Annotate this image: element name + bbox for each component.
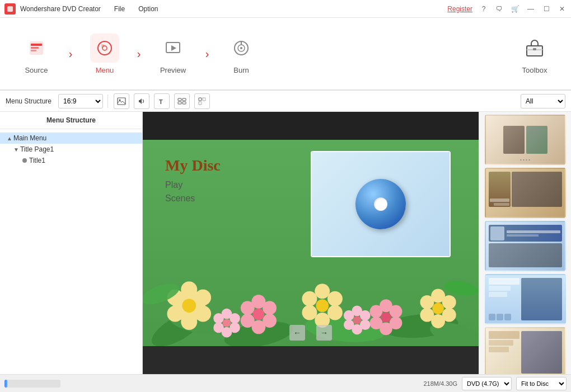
svg-rect-18 (118, 98, 125, 105)
dvd-software-icon (355, 179, 406, 229)
menu-bar: File Option (112, 4, 447, 14)
next-arrow[interactable]: → (316, 325, 332, 341)
aspect-ratio-select[interactable]: 16:9 4:3 (58, 94, 103, 108)
preview-button[interactable]: Preview (148, 23, 198, 84)
svg-point-36 (195, 290, 211, 306)
svg-point-35 (181, 281, 197, 297)
theme1-dots: • • • • (486, 157, 565, 162)
title1-label: Title1 (29, 157, 45, 164)
image-icon-btn[interactable] (114, 93, 129, 109)
menu-file[interactable]: File (112, 4, 127, 14)
arrange-icon-btn[interactable] (194, 93, 210, 109)
burn-icon (232, 39, 250, 57)
svg-point-71 (230, 313, 240, 324)
nav-arrows: ← → (289, 325, 332, 341)
theme-item-3[interactable] (485, 221, 566, 271)
theme-item-4[interactable] (485, 274, 566, 324)
audio-icon-btn[interactable] (134, 93, 149, 109)
help-icon[interactable]: ? (479, 4, 488, 13)
svg-rect-27 (199, 102, 202, 105)
audio-icon (137, 97, 146, 106)
arrow-sep-3: › (199, 46, 215, 62)
arrow-sep-2: › (131, 46, 147, 62)
svg-point-51 (327, 305, 343, 320)
arrange-icon (198, 97, 207, 106)
toolbox-icon (523, 37, 546, 59)
theme-item-1[interactable]: • • • • (485, 115, 566, 165)
title-bar: Wondershare DVD Creator File Option Regi… (0, 0, 571, 18)
message-icon[interactable]: 🗨 (495, 4, 504, 13)
buy-icon[interactable]: 🛒 (511, 4, 519, 13)
svg-point-60 (370, 317, 383, 329)
title-bar-right: Register ? 🗨 🛒 — ☐ ✕ (447, 4, 567, 13)
app-title: Wondershare DVD Creator (20, 5, 101, 13)
theme-item-5[interactable] (485, 327, 566, 374)
preview-box (311, 151, 451, 257)
svg-point-49 (315, 284, 330, 299)
svg-rect-2 (31, 44, 42, 46)
disc-scenes-text[interactable]: Scenes (165, 193, 221, 204)
main-menu-label: Main Menu (13, 134, 46, 142)
svg-point-50 (327, 291, 343, 306)
theme5-photo (521, 331, 561, 374)
burn-icon-wrap (227, 34, 256, 63)
svg-point-75 (213, 313, 224, 324)
menu-option[interactable]: Option (136, 4, 160, 14)
svg-point-55 (316, 299, 329, 312)
disc-play-text[interactable]: Play (165, 180, 221, 190)
toolbox-button[interactable]: Toolbox (509, 23, 560, 84)
canvas-top-bar (143, 112, 479, 140)
theme3-bottom (489, 243, 562, 267)
tree-item-main-menu[interactable]: ▲ Main Menu (0, 133, 142, 144)
tree-item-title1[interactable]: Title1 (0, 155, 142, 166)
svg-rect-24 (182, 102, 186, 104)
theme3-content (489, 225, 562, 267)
close-button[interactable]: ✕ (558, 4, 567, 13)
menu-button[interactable]: Menu (79, 23, 130, 84)
theme4-left (489, 278, 520, 320)
canvas-area: My Disc Play Scenes (143, 112, 479, 374)
prev-arrow[interactable]: ← (289, 325, 305, 341)
svg-rect-15 (527, 46, 542, 56)
text-icon-btn[interactable]: T (154, 93, 170, 109)
arrow-sep-1: › (63, 46, 78, 62)
main-area: Menu Structure ▲ Main Menu ▼ Title Page1… (0, 112, 571, 374)
fit-to-disc-select[interactable]: Fit to Disc High Quality Best Quality (516, 377, 567, 390)
svg-rect-0 (7, 6, 13, 12)
theme-filter-select[interactable]: All Nature Wedding Travel Holiday (521, 94, 565, 108)
sidebar-title: Menu Structure (0, 112, 142, 129)
theme-scrollbar[interactable]: • • • • (479, 112, 571, 374)
svg-rect-26 (203, 98, 205, 101)
theme5-content (489, 331, 562, 374)
source-icon-wrap (22, 34, 51, 63)
svg-point-67 (420, 308, 434, 322)
sub-toolbar: Menu Structure 16:9 4:3 T All Nature Wed… (0, 91, 571, 112)
dvd-menu-background: My Disc Play Scenes (143, 140, 479, 346)
maximize-button[interactable]: ☐ (542, 4, 551, 13)
disc-type-select[interactable]: DVD (4.7G) DVD (8.5G) Blu-ray 25G Blu-ra… (462, 377, 512, 390)
button-layout-icon-btn[interactable] (174, 93, 190, 109)
svg-point-54 (302, 291, 317, 306)
theme4-content (489, 278, 562, 320)
tree-item-title-page1[interactable]: ▼ Title Page1 (0, 144, 142, 155)
button-layout-icon (177, 97, 186, 106)
svg-rect-21 (178, 98, 181, 101)
app-logo (4, 3, 16, 15)
dvd-disc (355, 179, 406, 229)
theme1-img1 (503, 126, 525, 154)
svg-point-5 (98, 41, 111, 55)
menu-label: Menu (96, 66, 114, 74)
theme4-nav (489, 298, 520, 320)
size-label: 218M/4.30G (423, 380, 457, 387)
svg-point-69 (432, 303, 444, 314)
burn-button[interactable]: Burn (216, 23, 266, 84)
sidebar: Menu Structure ▲ Main Menu ▼ Title Page1… (0, 112, 143, 374)
minimize-button[interactable]: — (526, 4, 535, 13)
register-link[interactable]: Register (447, 5, 472, 13)
toolbox-label: Toolbox (522, 66, 547, 74)
svg-point-81 (344, 319, 354, 330)
source-button[interactable]: Source (11, 23, 62, 84)
theme-item-2[interactable] (485, 168, 566, 218)
image-icon (117, 97, 126, 106)
chevron-title-page1: ▼ (13, 147, 19, 153)
